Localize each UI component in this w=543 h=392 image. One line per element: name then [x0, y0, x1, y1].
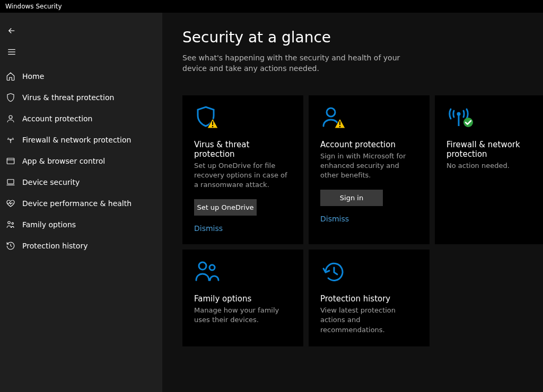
family-group-icon	[194, 260, 222, 284]
card-virus-threat[interactable]: Virus & threat protection Set up OneDriv…	[182, 95, 303, 245]
back-arrow-icon	[7, 26, 16, 35]
history-icon	[5, 240, 16, 251]
sidebar-item-label: Protection history	[22, 242, 87, 250]
card-title: Virus & threat protection	[194, 140, 292, 159]
svg-point-14	[327, 108, 335, 117]
svg-point-11	[12, 222, 13, 224]
svg-point-3	[9, 115, 12, 119]
svg-point-16	[339, 126, 341, 127]
person-warning-icon	[320, 106, 348, 130]
content-area: Security at a glance See what's happenin…	[162, 13, 543, 392]
laptop-icon	[5, 177, 16, 188]
card-account-protection[interactable]: Account protection Sign in with Microsof…	[309, 95, 430, 245]
svg-point-21	[209, 265, 215, 270]
card-desc: Set up OneDrive for file recovery option…	[194, 161, 292, 190]
heart-pulse-icon	[5, 198, 16, 209]
setup-onedrive-button[interactable]: Set up OneDrive	[194, 199, 257, 216]
sidebar-item-home[interactable]: Home	[0, 66, 162, 87]
sidebar-item-label: Firewall & network protection	[22, 136, 131, 144]
shield-icon	[5, 92, 16, 103]
sidebar-item-label: App & browser control	[22, 157, 105, 165]
sidebar-item-label: Home	[22, 72, 44, 81]
svg-rect-6	[7, 158, 14, 164]
person-icon	[5, 113, 16, 124]
window-title: Windows Security	[5, 3, 62, 10]
card-family[interactable]: Family options Manage how your family us…	[182, 250, 303, 346]
card-protection-history[interactable]: Protection history View latest protectio…	[309, 250, 430, 346]
card-desc: No action needed.	[446, 161, 543, 171]
antenna-icon	[5, 135, 16, 145]
card-desc: Manage how your family uses their device…	[194, 306, 292, 325]
sidebar-item-family[interactable]: Family options	[0, 214, 162, 235]
svg-point-10	[8, 221, 11, 224]
sidebar-item-virus[interactable]: Virus & threat protection	[0, 87, 162, 108]
sidebar-item-device-security[interactable]: Device security	[0, 172, 162, 193]
page-title: Security at a glance	[182, 29, 523, 46]
sidebar-item-label: Virus & threat protection	[22, 93, 114, 102]
sidebar-item-label: Account protection	[22, 114, 93, 123]
svg-point-13	[212, 126, 214, 127]
sidebar-item-firewall[interactable]: Firewall & network protection	[0, 129, 162, 150]
card-title: Family options	[194, 294, 292, 304]
hamburger-icon	[7, 47, 16, 57]
shield-warning-icon	[194, 106, 222, 130]
svg-point-20	[199, 262, 206, 270]
sidebar: Home Virus & threat protection Account p…	[0, 13, 162, 392]
titlebar: Windows Security	[0, 0, 543, 13]
home-icon	[5, 71, 16, 82]
family-icon	[5, 219, 16, 230]
card-desc: Sign in with Microsoft for enhanced secu…	[320, 152, 418, 181]
back-button[interactable]	[1, 20, 22, 41]
card-title: Protection history	[320, 294, 418, 304]
card-firewall[interactable]: Firewall & network protection No action …	[435, 95, 543, 245]
sidebar-item-app-browser[interactable]: App & browser control	[0, 150, 162, 172]
page-subtitle: See what's happening with the security a…	[182, 52, 416, 74]
dismiss-link[interactable]: Dismiss	[194, 224, 292, 233]
sidebar-item-performance[interactable]: Device performance & health	[0, 193, 162, 214]
card-desc: View latest protection actions and recom…	[320, 306, 418, 335]
sidebar-item-label: Family options	[22, 220, 76, 229]
hamburger-button[interactable]	[1, 41, 22, 63]
card-title: Account protection	[320, 140, 418, 149]
sidebar-item-label: Device performance & health	[22, 199, 132, 208]
antenna-ok-icon	[446, 106, 474, 130]
svg-rect-8	[7, 180, 14, 184]
history-clock-icon	[320, 260, 348, 284]
window-icon	[5, 156, 16, 166]
sidebar-item-account[interactable]: Account protection	[0, 108, 162, 129]
card-grid: Virus & threat protection Set up OneDriv…	[182, 95, 523, 346]
sidebar-item-label: Device security	[22, 178, 80, 186]
dismiss-link[interactable]: Dismiss	[320, 215, 418, 223]
card-title: Firewall & network protection	[446, 140, 543, 159]
sidebar-item-history[interactable]: Protection history	[0, 235, 162, 256]
svg-point-19	[463, 118, 473, 127]
svg-point-17	[457, 112, 461, 115]
sign-in-button[interactable]: Sign in	[320, 190, 383, 206]
